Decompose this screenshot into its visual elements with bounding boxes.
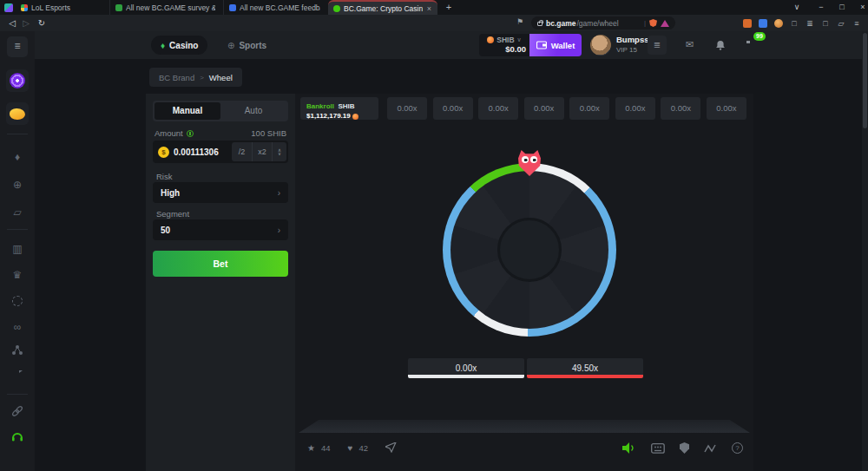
sidebar-item-lottery[interactable]: ▱ [0,203,35,222]
segment-select[interactable]: 50 › [153,219,288,240]
history-multiplier[interactable]: 0.00x [524,97,564,120]
triangle-extension-icon[interactable] [661,20,669,27]
toolbar-icons: □ ≣ □ ▱ ≡ [743,16,861,29]
hotkeys-keyboard-icon[interactable] [651,443,665,454]
chevron-right-icon: › [278,188,280,198]
sidebar-item-bonus[interactable] [0,291,35,311]
sidebar-divider [7,229,28,230]
minimize-button[interactable]: − [812,1,830,14]
tab-survey[interactable]: All new BC.GAME survey & feedback [109,0,220,15]
segment-value: 50 [161,226,170,235]
share-icon[interactable] [385,442,397,453]
vip-progress-button[interactable]: ≣ [648,36,667,55]
sidebar-item-forum[interactable] [0,366,35,385]
sidebar-item-provably-fair[interactable] [0,401,35,420]
wallet-label: Wallet [551,41,575,50]
wallet-button[interactable]: Wallet [529,34,582,56]
currency-selector[interactable]: SHIB ∨ $0.00 [479,34,529,56]
link-icon [11,405,23,417]
close-window-button[interactable]: × [854,1,868,14]
sidebar-item-rewards[interactable] [6,102,29,125]
history-multiplier[interactable]: 0.00x [569,97,609,120]
bookmark-icon[interactable]: ⚑ [516,17,523,26]
result-multiplier-low[interactable]: 0.00x [408,358,524,378]
tab-favicon [229,4,236,11]
forward-button[interactable]: ▷ [19,16,33,29]
tab-close-icon[interactable]: × [426,4,432,13]
scrollbar-thumb[interactable] [863,33,867,128]
inbox-button[interactable]: ✉ [686,39,694,50]
tab-casino[interactable]: ♦ Casino [151,36,207,55]
sidebar-item-vip-club[interactable]: ♛ [0,265,35,285]
history-multiplier[interactable]: 0.00x [387,97,427,120]
tab-feedback[interactable]: All new BC.GAME feedback [223,0,326,15]
extension-icon[interactable] [759,19,767,28]
history-multiplier[interactable]: 0.00x [615,97,655,120]
info-icon[interactable] [187,130,194,137]
tab-sports[interactable]: ⊕ Sports [220,36,273,55]
sidebar-item-promotions[interactable] [6,69,29,92]
sidebar-item-sports[interactable]: ⊕ [0,175,35,194]
history-multiplier[interactable]: 0.00x [661,97,700,120]
risk-select[interactable]: High › [153,182,288,203]
sidebar-item-casino[interactable]: ♦ [0,147,35,167]
half-button[interactable]: /2 [232,142,252,161]
extensions-puzzle-icon[interactable]: □ [790,19,799,28]
bet-button[interactable]: Bet [153,251,288,277]
tab-lol-esports[interactable]: LoL Esports [16,0,106,15]
fairness-shield-icon[interactable] [680,442,689,454]
sidebar-menu-button[interactable]: ≡ [7,36,28,57]
sidebar-toggle-icon[interactable]: □ [821,19,830,28]
reading-list-icon[interactable]: ≣ [806,19,814,28]
sidebar-item-trade[interactable]: ▥ [0,239,35,258]
profile-avatar-icon[interactable] [774,19,783,28]
heart-icon[interactable]: ♥ [348,443,353,453]
url-divider: | [644,19,646,27]
sidebar-item-affiliate[interactable] [0,340,35,359]
vip-level: VIP 15 [616,46,648,54]
amount-input[interactable]: $ 0.00111306 /2 x2 ∧ ∨ [153,141,288,163]
back-button[interactable]: ◁ [5,16,19,29]
segment-label: Segment [156,209,189,219]
maximize-button[interactable]: □ [833,1,851,14]
quantity-stepper[interactable]: ∧ ∨ [272,142,286,161]
tab-manual[interactable]: Manual [155,102,220,120]
breadcrumb: BC Brand > Wheel [149,68,242,87]
browser-menu-icon[interactable]: ≡ [852,19,861,28]
history-multiplier[interactable]: 0.00x [707,97,746,120]
downloads-icon[interactable]: ▱ [837,19,845,28]
sidebar-item-masks[interactable]: ∞ [0,317,35,337]
extension-icon[interactable] [743,19,752,28]
shield-extension-icon[interactable] [649,19,657,27]
reload-button[interactable]: ↻ [35,16,49,29]
tab-search-icon[interactable]: ∨ [788,1,806,14]
tab-title: All new BC.GAME feedback [240,3,320,12]
history-multiplier[interactable]: 0.00x [433,97,473,120]
result-multiplier-high[interactable]: 49.50x [527,358,643,378]
live-stats-icon[interactable] [704,443,717,454]
star-icon[interactable]: ★ [307,443,315,453]
history-multiplier[interactable]: 0.00x [478,97,518,120]
tab-auto[interactable]: Auto [220,102,286,120]
browser-window: LoL Esports All new BC.GAME survey & fee… [0,0,868,471]
owl-eye [522,156,529,163]
tab-bcgame-active[interactable]: BC.Game: Crypto Casino Games & × [328,0,437,15]
breadcrumb-section[interactable]: BC Brand [159,73,194,82]
user-avatar[interactable] [590,35,611,56]
sidebar-item-live-support[interactable] [0,427,35,446]
double-button[interactable]: x2 [252,142,272,161]
risk-value: High [161,188,180,198]
bell-icon [715,40,726,50]
chevron-down-icon[interactable]: ∨ [278,152,281,156]
wheel-hub [497,218,562,282]
stage-floor [299,420,750,433]
notifications-button[interactable] [715,40,726,52]
address-bar[interactable]: bc.game /game/wheel | [531,16,675,29]
new-tab-button[interactable]: + [443,2,455,14]
sound-icon[interactable] [622,442,636,454]
user-meta[interactable]: Bumpss VIP 15 [616,35,648,54]
currency-code: SHIB [496,36,514,44]
page-scrollbar[interactable] [862,31,868,471]
help-icon[interactable]: ? [732,442,743,454]
workspace-icon[interactable] [4,3,13,12]
